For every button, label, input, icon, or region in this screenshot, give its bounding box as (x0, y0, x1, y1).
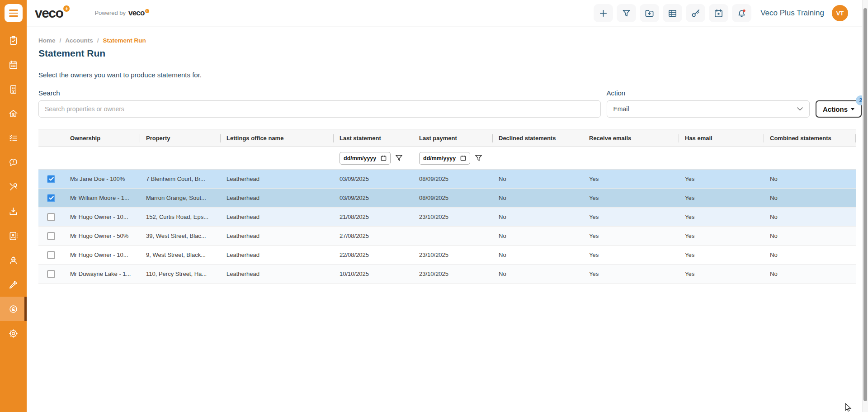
date-picker-icon[interactable] (381, 155, 387, 161)
cell-declined-statements: No (492, 194, 583, 201)
cell-office: Leatherhead (220, 270, 333, 277)
last-statement-filter: dd/mm/yyyy (333, 152, 413, 165)
cell-ownership: Mr Duwayne Lake - 1... (64, 270, 140, 277)
table-row[interactable]: Ms Jane Doe - 100%7 Blenheim Court, Br..… (38, 170, 856, 189)
column-declined-statements[interactable]: Declined statements (492, 129, 583, 147)
sidebar-item-checklist[interactable] (0, 126, 27, 150)
cell-property: 39, West Street, Blac... (140, 232, 220, 239)
download-tray-icon (8, 206, 19, 217)
caret-down-icon (851, 108, 854, 110)
sidebar-item-chat-alert[interactable] (0, 150, 27, 175)
filter-funnel-icon[interactable] (396, 155, 402, 161)
cell-office: Leatherhead (220, 251, 333, 258)
table-row[interactable]: Mr Hugo Owner - 50%39, West Street, Blac… (38, 227, 856, 246)
last-payment-date-input[interactable]: dd/mm/yyyy (419, 152, 470, 165)
column-last-statement[interactable]: Last statement (333, 129, 413, 147)
page-subtitle: Select the owners you want to produce st… (38, 71, 862, 79)
row-checkbox[interactable] (47, 213, 55, 221)
cell-declined-statements: No (492, 232, 583, 239)
column-receive-emails[interactable]: Receive emails (583, 129, 679, 147)
last-statement-date-input[interactable]: dd/mm/yyyy (340, 152, 391, 165)
sidebar-item-download-tray[interactable] (0, 199, 27, 223)
row-checkbox[interactable] (47, 232, 55, 240)
row-checkbox-cell (38, 251, 64, 259)
cell-property: 7 Blenheim Court, Br... (140, 175, 220, 182)
pound-circle-icon (8, 304, 19, 314)
sidebar-item-gear[interactable] (0, 321, 27, 346)
cell-last-statement: 27/08/2025 (333, 232, 413, 239)
action-select[interactable]: Email (607, 100, 810, 118)
table-view-button[interactable] (663, 4, 682, 22)
filter-funnel-icon[interactable] (475, 155, 482, 161)
cell-ownership: Mr Hugo Owner - 50% (64, 232, 140, 239)
notifications-button[interactable] (732, 4, 751, 22)
cell-has-email: Yes (679, 232, 764, 239)
date-picker-icon[interactable] (460, 155, 466, 161)
column-ownership[interactable]: Ownership (64, 129, 140, 147)
sidebar-item-tools[interactable] (0, 175, 27, 199)
breadcrumb-accounts[interactable]: Accounts (65, 37, 93, 44)
column-property[interactable]: Property (140, 129, 220, 147)
column-lettings-office[interactable]: Lettings office name (220, 129, 333, 147)
breadcrumb-home[interactable]: Home (38, 37, 56, 44)
contact-card-icon (8, 231, 19, 241)
calendar-star-icon (714, 9, 723, 18)
search-group: Search (38, 89, 601, 118)
sidebar-item-pound-circle[interactable] (0, 297, 27, 321)
cell-last-payment: 08/09/2025 (413, 194, 492, 201)
cell-has-email: Yes (679, 175, 764, 182)
last-payment-filter: dd/mm/yyyy (413, 152, 492, 165)
breadcrumb-separator: / (97, 37, 99, 44)
sidebar-item-home-person[interactable] (0, 101, 27, 126)
owners-table: Ownership Property Lettings office name … (38, 129, 856, 284)
table-row[interactable]: Mr Hugo Owner - 10...9, West Street, Bla… (38, 246, 856, 265)
add-button[interactable] (594, 4, 613, 22)
notifications-bell-icon (737, 9, 746, 18)
permissions-button[interactable] (686, 4, 705, 22)
calendar-button[interactable] (709, 4, 728, 22)
sidebar-item-rocket[interactable] (0, 272, 27, 297)
check-icon (48, 195, 54, 201)
column-has-email[interactable]: Has email (679, 129, 764, 147)
sidebar-item-clipboard-check[interactable] (0, 28, 27, 52)
column-combined-statements[interactable]: Combined statements (764, 129, 856, 147)
table-grid-icon (668, 9, 677, 18)
row-checkbox[interactable] (47, 251, 55, 259)
veco-plus-badge-small: + (145, 9, 149, 13)
cell-combined-statements: No (764, 232, 856, 239)
top-header: veco + Powered by veco+ (27, 0, 868, 26)
action-select-value: Email (613, 105, 629, 113)
cell-receive-emails: Yes (583, 175, 679, 182)
sidebar-item-calendar[interactable] (0, 52, 27, 77)
cell-has-email: Yes (679, 270, 764, 277)
avatar[interactable]: VT (832, 5, 848, 21)
cell-last-payment: 08/09/2025 (413, 175, 492, 182)
checklist-icon (8, 133, 19, 143)
actions-button[interactable]: Actions (816, 100, 862, 118)
search-input[interactable] (38, 100, 601, 118)
cell-has-email: Yes (679, 194, 764, 201)
row-checkbox[interactable] (47, 270, 55, 278)
account-name[interactable]: Veco Plus Training (760, 9, 824, 18)
table-row[interactable]: Mr Duwayne Lake - 1...110, Percy Street,… (38, 265, 856, 284)
table-row[interactable]: Mr William Moore - 1...Marron Grange, So… (38, 189, 856, 208)
cell-office: Leatherhead (220, 194, 333, 201)
sidebar (0, 0, 27, 412)
table-row[interactable]: Mr Hugo Owner - 10...152, Curtis Road, E… (38, 208, 856, 227)
filter-button[interactable] (617, 4, 636, 22)
cell-receive-emails: Yes (583, 194, 679, 201)
row-checkbox[interactable] (47, 175, 55, 183)
scrollbar-thumb[interactable] (863, 8, 867, 401)
sidebar-item-building[interactable] (0, 77, 27, 101)
table-body: Ms Jane Doe - 100%7 Blenheim Court, Br..… (38, 170, 856, 284)
sidebar-item-worker[interactable] (0, 248, 27, 272)
row-checkbox[interactable] (47, 194, 55, 202)
table-filter-row: dd/mm/yyyy dd/mm/yyyy (38, 147, 856, 170)
cell-office: Leatherhead (220, 175, 333, 182)
export-button[interactable] (640, 4, 659, 22)
home-person-icon (8, 109, 19, 119)
sidebar-item-contact-card[interactable] (0, 223, 27, 248)
hamburger-menu-button[interactable] (5, 4, 23, 22)
column-last-payment[interactable]: Last payment (413, 129, 492, 147)
cell-last-statement: 03/09/2025 (333, 175, 413, 182)
